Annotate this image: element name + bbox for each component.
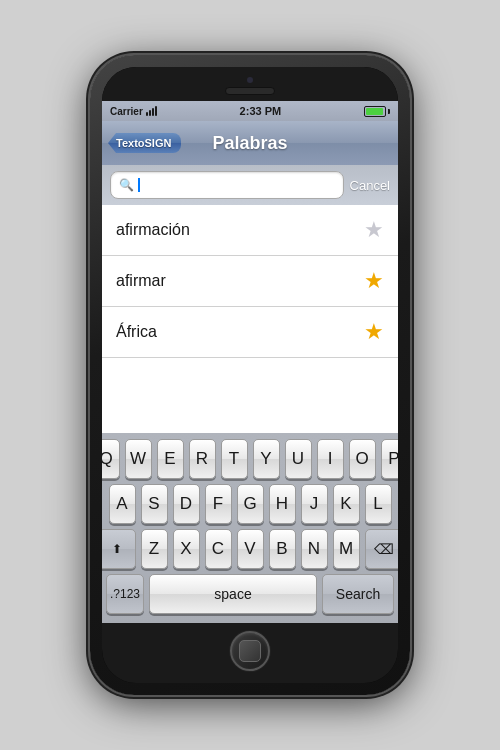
shift-key[interactable]: ⬆ — [102, 529, 136, 569]
word-list: afirmación ★ afirmar ★ África ★ — [102, 205, 398, 433]
keyboard-row-1: Q W E R T Y U I O P — [106, 439, 394, 479]
search-key[interactable]: Search — [322, 574, 394, 614]
status-bar: Carrier 2:33 PM — [102, 101, 398, 121]
word-label: afirmación — [116, 221, 190, 239]
key-s[interactable]: S — [141, 484, 168, 524]
key-f[interactable]: F — [205, 484, 232, 524]
battery-indicator — [364, 106, 390, 117]
key-p[interactable]: P — [381, 439, 399, 479]
star-icon-empty[interactable]: ★ — [364, 217, 384, 243]
key-i[interactable]: I — [317, 439, 344, 479]
battery-fill — [366, 108, 383, 115]
space-key[interactable]: space — [149, 574, 317, 614]
star-icon-filled[interactable]: ★ — [364, 268, 384, 294]
phone-frame: Carrier 2:33 PM — [90, 55, 410, 695]
speaker — [225, 87, 275, 95]
keyboard-row-4: .?123 space Search — [106, 574, 394, 614]
key-j[interactable]: J — [301, 484, 328, 524]
key-l[interactable]: L — [365, 484, 392, 524]
search-bar: 🔍 Cancel — [102, 165, 398, 205]
key-v[interactable]: V — [237, 529, 264, 569]
phone-inner: Carrier 2:33 PM — [102, 67, 398, 683]
status-time: 2:33 PM — [240, 105, 282, 117]
home-button-inner — [239, 640, 261, 662]
star-icon-filled[interactable]: ★ — [364, 319, 384, 345]
key-o[interactable]: O — [349, 439, 376, 479]
key-n[interactable]: N — [301, 529, 328, 569]
back-button[interactable]: TextoSIGN — [108, 133, 181, 153]
battery-body — [364, 106, 386, 117]
battery-tip — [388, 109, 390, 114]
numbers-key[interactable]: .?123 — [106, 574, 144, 614]
page-title: Palabras — [212, 133, 287, 154]
key-b[interactable]: B — [269, 529, 296, 569]
key-h[interactable]: H — [269, 484, 296, 524]
key-y[interactable]: Y — [253, 439, 280, 479]
key-m[interactable]: M — [333, 529, 360, 569]
search-icon: 🔍 — [119, 178, 134, 192]
key-w[interactable]: W — [125, 439, 152, 479]
navigation-bar: TextoSIGN Palabras — [102, 121, 398, 165]
bottom-bezel — [102, 623, 398, 683]
key-g[interactable]: G — [237, 484, 264, 524]
key-t[interactable]: T — [221, 439, 248, 479]
screen: Carrier 2:33 PM — [102, 101, 398, 623]
carrier-label: Carrier — [110, 106, 157, 117]
word-label: afirmar — [116, 272, 166, 290]
keyboard-row-3: ⬆ Z X C V B N M ⌫ — [106, 529, 394, 569]
keyboard-row-2: A S D F G H J K L — [106, 484, 394, 524]
key-c[interactable]: C — [205, 529, 232, 569]
key-z[interactable]: Z — [141, 529, 168, 569]
list-item[interactable]: África ★ — [102, 307, 398, 358]
key-e[interactable]: E — [157, 439, 184, 479]
key-a[interactable]: A — [109, 484, 136, 524]
word-label: África — [116, 323, 157, 341]
top-bezel — [102, 67, 398, 101]
list-item[interactable]: afirmar ★ — [102, 256, 398, 307]
list-item[interactable]: afirmación ★ — [102, 205, 398, 256]
key-u[interactable]: U — [285, 439, 312, 479]
key-q[interactable]: Q — [102, 439, 120, 479]
key-d[interactable]: D — [173, 484, 200, 524]
camera-icon — [247, 77, 253, 83]
cancel-button[interactable]: Cancel — [350, 178, 390, 193]
keyboard: Q W E R T Y U I O P A S D F G — [102, 433, 398, 623]
home-button[interactable] — [230, 631, 270, 671]
delete-key[interactable]: ⌫ — [365, 529, 399, 569]
key-x[interactable]: X — [173, 529, 200, 569]
text-cursor — [138, 178, 140, 192]
wifi-icon — [146, 106, 157, 116]
key-k[interactable]: K — [333, 484, 360, 524]
search-input[interactable]: 🔍 — [110, 171, 344, 199]
key-r[interactable]: R — [189, 439, 216, 479]
